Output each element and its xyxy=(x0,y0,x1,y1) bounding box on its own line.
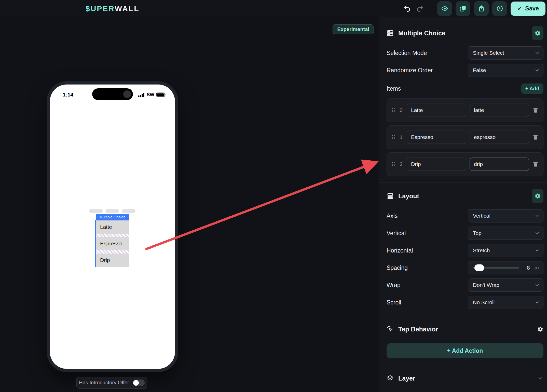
vertical-row: Vertical Top xyxy=(387,227,543,240)
skeleton-pill xyxy=(122,209,135,213)
dropdown-value: Top xyxy=(473,230,535,236)
item-name-input[interactable] xyxy=(407,158,466,171)
superwall-logo: $UPERWALL xyxy=(86,4,139,13)
share-icon xyxy=(478,5,485,12)
trash-icon[interactable] xyxy=(532,107,539,113)
battery-icon xyxy=(156,92,166,97)
wrap-row: Wrap Don't Wrap xyxy=(387,278,543,292)
chevron-down-icon xyxy=(535,50,540,55)
widget-box: Latte Espresso Drip xyxy=(95,220,129,267)
dropdown-value: Stretch xyxy=(473,247,535,254)
drag-handle-icon[interactable] xyxy=(391,107,395,113)
axis-dropdown[interactable]: Vertical xyxy=(468,209,543,222)
item-name-input[interactable] xyxy=(407,104,466,117)
item-value-input[interactable] xyxy=(470,158,529,171)
item-value-input[interactable] xyxy=(470,131,529,144)
share-button[interactable] xyxy=(474,1,489,16)
layout-settings-button[interactable] xyxy=(532,189,543,203)
phone-mockup: 1:14 SW Multiple Choice xyxy=(47,81,178,372)
duplicate-button[interactable] xyxy=(456,1,470,16)
chevron-down-icon xyxy=(535,213,540,218)
gear-icon xyxy=(535,30,541,36)
widget-selection-tag: Multiple Choice xyxy=(96,214,129,220)
clock-icon xyxy=(496,5,503,12)
phone-screen: 1:14 SW Multiple Choice xyxy=(50,85,175,369)
spacing-value[interactable]: 8 xyxy=(522,265,535,271)
dropdown-value: No Scroll xyxy=(473,299,535,305)
add-action-button[interactable]: + Add Action xyxy=(387,343,543,358)
status-time: 1:14 xyxy=(63,92,73,98)
tap-behavior-settings-button[interactable] xyxy=(537,326,543,332)
selection-mode-row: Selection Mode Single Select xyxy=(387,46,543,60)
history-button[interactable] xyxy=(492,1,507,16)
dropdown-value: Vertical xyxy=(473,213,535,219)
scroll-row: Scroll No Scroll xyxy=(387,296,543,309)
randomize-order-dropdown[interactable]: False xyxy=(468,64,543,77)
trash-icon[interactable] xyxy=(532,161,539,167)
drag-handle-icon[interactable] xyxy=(391,134,395,140)
copy-icon xyxy=(460,5,467,12)
topbar-actions: ✓ Save xyxy=(403,0,545,17)
vertical-dropdown[interactable]: Top xyxy=(468,227,543,240)
add-item-button[interactable]: + Add xyxy=(521,83,543,94)
item-value-input[interactable] xyxy=(470,104,529,117)
section-title: Multiple Choice xyxy=(398,30,527,37)
drag-handle-icon[interactable] xyxy=(391,161,395,167)
item-row-0: 0 xyxy=(387,99,543,122)
collapse-chevron-icon[interactable] xyxy=(537,375,543,381)
scroll-dropdown[interactable]: No Scroll xyxy=(468,296,543,309)
toggle-switch[interactable] xyxy=(133,380,145,386)
vertical-label: Vertical xyxy=(387,230,406,237)
horizontal-dropdown[interactable]: Stretch xyxy=(468,244,543,257)
multiple-choice-section-header: Multiple Choice xyxy=(387,26,543,40)
dropdown-value: False xyxy=(473,67,535,73)
signal-icon xyxy=(138,93,145,97)
eye-icon xyxy=(441,5,448,12)
wrap-dropdown[interactable]: Don't Wrap xyxy=(468,278,543,292)
item-name-input[interactable] xyxy=(407,131,466,144)
option-latte[interactable]: Latte xyxy=(96,220,129,234)
intro-offer-label: Has Introductory Offer xyxy=(79,380,129,386)
redo-button[interactable] xyxy=(415,4,425,13)
spacing-stripe xyxy=(96,234,129,237)
layer-section-header: Layer xyxy=(387,371,543,385)
save-button[interactable]: ✓ Save xyxy=(511,2,545,16)
option-espresso[interactable]: Espresso xyxy=(96,237,129,250)
section-title: Tap Behavior xyxy=(398,326,533,333)
slider-thumb[interactable] xyxy=(474,264,484,271)
skeleton-pill xyxy=(89,209,103,213)
multiple-choice-icon xyxy=(387,30,394,37)
has-introductory-offer-toggle[interactable]: Has Introductory Offer xyxy=(76,377,147,389)
items-label: Items xyxy=(387,85,401,92)
item-row-2: 2 xyxy=(387,152,543,176)
multiple-choice-settings-button[interactable] xyxy=(532,26,543,40)
chevron-down-icon xyxy=(535,300,540,305)
spacing-label: Spacing xyxy=(387,264,408,271)
toggle-knob xyxy=(133,380,139,386)
trash-icon[interactable] xyxy=(532,134,539,140)
selection-mode-dropdown[interactable]: Single Select xyxy=(468,46,543,60)
chevron-down-icon xyxy=(535,68,540,73)
spacing-slider[interactable] xyxy=(468,261,522,274)
multiple-choice-widget[interactable]: Multiple Choice Latte Espresso Drip xyxy=(95,214,129,267)
camera-dot xyxy=(123,90,131,98)
tap-behavior-section-header: Tap Behavior xyxy=(387,322,543,336)
items-header: Items + Add xyxy=(387,83,543,94)
scroll-label: Scroll xyxy=(387,299,401,306)
inspector-panel: Multiple Choice Selection Mode Single Se… xyxy=(379,17,547,392)
skeleton-pill xyxy=(105,209,119,213)
section-divider xyxy=(379,365,547,365)
status-right: SW xyxy=(138,92,166,97)
spacing-unit: px xyxy=(535,265,540,271)
dropdown-value: Don't Wrap xyxy=(473,282,535,288)
editor-canvas: Experimental 1:14 SW Mul xyxy=(0,17,379,392)
skeleton-row xyxy=(89,209,135,213)
top-bar: $UPERWALL xyxy=(0,0,547,17)
gear-icon xyxy=(537,326,543,332)
selection-mode-label: Selection Mode xyxy=(387,50,427,57)
spacing-stripe xyxy=(96,250,129,254)
option-drip[interactable]: Drip xyxy=(96,254,129,267)
preview-button[interactable] xyxy=(437,1,452,16)
undo-button[interactable] xyxy=(403,4,412,13)
horizontal-row: Horizontal Stretch xyxy=(387,244,543,257)
